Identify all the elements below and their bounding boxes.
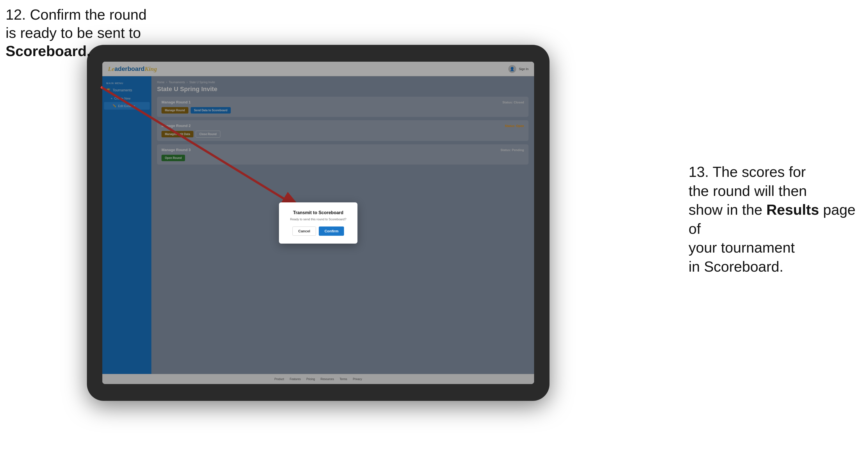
- modal-confirm-button[interactable]: Confirm: [319, 226, 344, 236]
- transmit-modal: Transmit to Scoreboard Ready to send thi…: [279, 203, 358, 244]
- modal-cancel-button[interactable]: Cancel: [292, 226, 316, 236]
- modal-title: Transmit to Scoreboard: [288, 210, 348, 215]
- annotation-right-line1: 13. The scores for: [688, 164, 806, 180]
- annotation-right-line6: in Scoreboard.: [688, 258, 783, 275]
- annotation-right: 13. The scores for the round will then s…: [688, 163, 862, 276]
- modal-subtitle: Ready to send this round to Scoreboard?: [288, 218, 348, 221]
- annotation-right-line4-bold: Results: [767, 201, 819, 218]
- annotation-right-line2: the round will then: [688, 183, 807, 199]
- annotation-line1: 12. Confirm the round: [6, 6, 147, 23]
- modal-buttons: Cancel Confirm: [288, 226, 348, 236]
- annotation-right-line5: your tournament: [688, 239, 795, 256]
- annotation-line2: is ready to be sent to: [6, 25, 141, 41]
- annotation-right-line3: show in the: [688, 201, 762, 218]
- tablet-screen: LeaderboardKing 👤 Sign In MAIN MENU 🏆 To…: [102, 62, 534, 384]
- annotation-top-left: 12. Confirm the round is ready to be sen…: [6, 6, 147, 60]
- app-container: LeaderboardKing 👤 Sign In MAIN MENU 🏆 To…: [102, 62, 534, 384]
- modal-overlay: Transmit to Scoreboard Ready to send thi…: [102, 62, 534, 384]
- annotation-line3: Scoreboard.: [6, 43, 91, 59]
- tablet-device: LeaderboardKing 👤 Sign In MAIN MENU 🏆 To…: [87, 45, 550, 401]
